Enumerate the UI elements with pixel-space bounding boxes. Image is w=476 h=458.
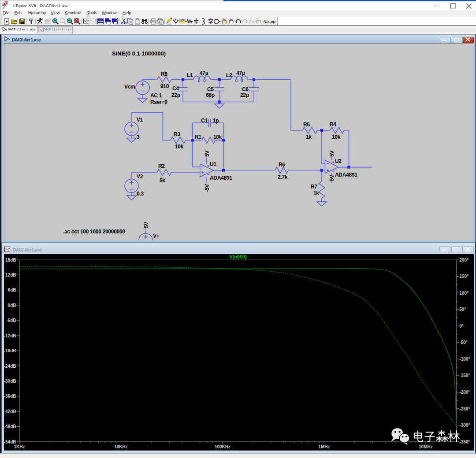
svg-text:18dB: 18dB xyxy=(5,258,16,262)
svg-text:C6: C6 xyxy=(242,86,249,92)
svg-text:.ac oct 100 1000 20000000: .ac oct 100 1000 20000000 xyxy=(63,229,125,235)
svg-text:-30dB: -30dB xyxy=(4,379,16,384)
svg-text:68p: 68p xyxy=(206,92,215,98)
svg-text:C4: C4 xyxy=(172,85,179,92)
svg-text:Rser=0: Rser=0 xyxy=(150,99,167,105)
svg-text:-48dB: -48dB xyxy=(4,424,16,429)
svg-text:1MHz: 1MHz xyxy=(318,444,330,449)
svg-text:100°: 100° xyxy=(459,291,469,295)
svg-text:5V: 5V xyxy=(329,151,335,157)
svg-text:C5: C5 xyxy=(207,86,214,92)
svg-text:-6dB: -6dB xyxy=(6,318,16,323)
svg-text:47µ: 47µ xyxy=(236,70,245,76)
svg-text:L1: L1 xyxy=(187,72,193,78)
svg-text:-5V: -5V xyxy=(329,175,335,183)
svg-text:Aa: Aa xyxy=(263,19,269,24)
svg-text:-18dB: -18dB xyxy=(4,348,16,353)
svg-text:-250°: -250° xyxy=(459,406,470,411)
svg-text:-150°: -150° xyxy=(459,373,470,378)
svg-text:-24dB: -24dB xyxy=(4,364,16,369)
svg-text:10MHz: 10MHz xyxy=(419,444,433,449)
svg-text:10KHz: 10KHz xyxy=(114,444,128,449)
svg-text:V+: V+ xyxy=(153,233,160,239)
svg-text:2.7k: 2.7k xyxy=(278,174,288,180)
svg-text:V1: V1 xyxy=(137,117,143,123)
svg-text:10k: 10k xyxy=(213,134,222,140)
svg-text:R8: R8 xyxy=(161,71,167,77)
svg-text:C1: C1 xyxy=(201,118,208,124)
svg-text:-350°: -350° xyxy=(459,440,470,444)
svg-text:50°: 50° xyxy=(459,307,466,312)
svg-text:10k: 10k xyxy=(332,134,341,140)
svg-text:-100°: -100° xyxy=(459,357,470,362)
svg-text:200°: 200° xyxy=(459,258,469,262)
svg-text:3: 3 xyxy=(137,134,140,140)
svg-text:-36dB: -36dB xyxy=(4,394,16,399)
svg-text:1p: 1p xyxy=(213,118,219,124)
svg-text:R5: R5 xyxy=(303,122,310,128)
svg-text:47µ: 47µ xyxy=(200,70,208,76)
svg-text:ADA4891: ADA4891 xyxy=(210,175,232,181)
svg-text:E3: E3 xyxy=(256,19,262,24)
svg-text:910: 910 xyxy=(160,83,169,89)
svg-text:6dB: 6dB xyxy=(8,288,16,292)
svg-text:AC 1: AC 1 xyxy=(150,92,162,99)
svg-text:R2: R2 xyxy=(158,163,165,169)
svg-text:-54dB: -54dB xyxy=(4,440,16,444)
svg-text:V(n009): V(n009) xyxy=(229,254,247,259)
svg-text:V2: V2 xyxy=(137,174,143,180)
svg-text:0.3: 0.3 xyxy=(137,191,144,197)
svg-text:1k: 1k xyxy=(306,134,312,140)
svg-text:U2: U2 xyxy=(335,158,342,164)
svg-text:100KHz: 100KHz xyxy=(215,444,231,449)
svg-text:Em: Em xyxy=(249,19,256,24)
svg-text:ADA4891: ADA4891 xyxy=(335,172,357,178)
svg-text:.op: .op xyxy=(270,19,276,24)
svg-text:150°: 150° xyxy=(459,274,469,279)
svg-text:R6: R6 xyxy=(279,162,285,168)
svg-text:-42dB: -42dB xyxy=(4,409,16,414)
svg-text:-50°: -50° xyxy=(459,340,467,345)
svg-text:1k: 1k xyxy=(313,190,319,196)
svg-text:L2: L2 xyxy=(226,72,232,78)
svg-text:R1: R1 xyxy=(195,134,201,140)
svg-text:U1: U1 xyxy=(210,161,216,167)
svg-text:-12dB: -12dB xyxy=(4,333,16,338)
svg-text:22p: 22p xyxy=(240,92,249,98)
svg-text:-200°: -200° xyxy=(459,390,470,395)
svg-text:-300°: -300° xyxy=(459,423,470,428)
svg-text:-5V: -5V xyxy=(204,184,210,192)
svg-text:R4: R4 xyxy=(330,121,336,127)
svg-text:10k: 10k xyxy=(175,144,184,150)
svg-text:12dB: 12dB xyxy=(5,273,16,277)
svg-text:SINE(0 0.1 1000000): SINE(0 0.1 1000000) xyxy=(112,50,166,57)
svg-text:R7: R7 xyxy=(311,184,317,190)
svg-text:0dB: 0dB xyxy=(8,303,16,308)
svg-text:R3: R3 xyxy=(174,131,180,137)
svg-text:5V: 5V xyxy=(143,222,149,228)
svg-text:1KHz: 1KHz xyxy=(14,444,25,449)
svg-text:Vcm: Vcm xyxy=(124,84,135,90)
svg-text:22p: 22p xyxy=(171,92,180,98)
svg-text:5V: 5V xyxy=(204,151,210,157)
svg-text:5k: 5k xyxy=(160,177,165,184)
svg-text:0°: 0° xyxy=(459,324,464,329)
